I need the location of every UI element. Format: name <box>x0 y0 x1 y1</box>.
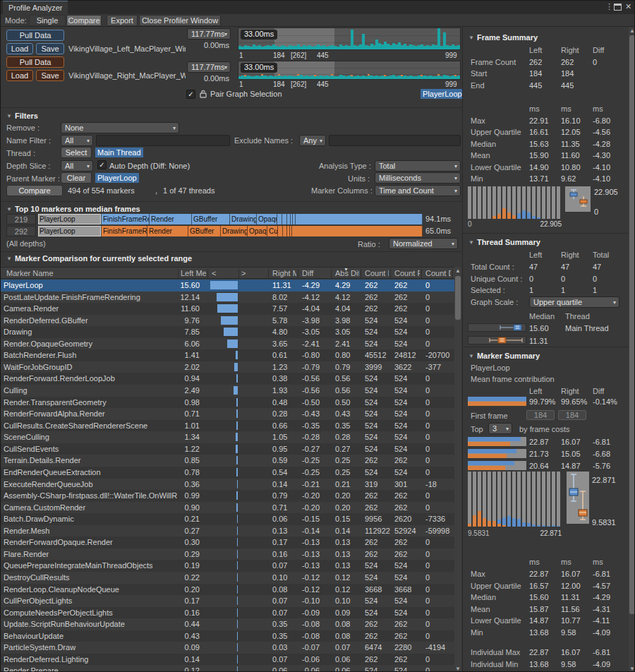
close-profiler-window-button[interactable]: Close Profiler Window <box>139 15 221 26</box>
load-right-button[interactable]: Load <box>6 70 33 81</box>
table-header-cell-count-l[interactable]: Count L <box>365 268 389 279</box>
first-frame-right-button[interactable]: 184 <box>558 410 586 420</box>
table-row[interactable]: RenderLoop.CleanupNodeQueue0.200.08-0.12… <box>1 584 454 596</box>
top10-header[interactable]: ▼Top 10 markers on median frames <box>6 205 140 213</box>
table-row[interactable]: WaitForJobGroupID2.021.23-0.790.79399936… <box>1 361 454 373</box>
mode-single-button[interactable]: Single <box>29 15 66 26</box>
filters-header[interactable]: ▼Filters <box>6 112 38 120</box>
top10-row[interactable]: PlayerLoopFinishFrameReRenderGBufferDraw… <box>38 214 423 224</box>
table-row[interactable]: SceneCulling1.341.05-0.280.285245240 <box>1 431 454 443</box>
graph-scale-dropdown[interactable]: Upper quartile▾ <box>529 296 619 308</box>
table-row[interactable]: Flare.Render0.290.16-0.130.132622620 <box>1 548 454 560</box>
table-header-cell--[interactable]: > <box>241 268 267 279</box>
save-right-button[interactable]: Save <box>36 70 64 81</box>
analysis-type-dropdown[interactable]: Total▾ <box>375 160 461 172</box>
range-dropdown-right[interactable]: 117.77ms▾ <box>187 61 231 73</box>
table-row[interactable]: CullPerObjectLights0.170.07-0.100.105245… <box>1 595 454 607</box>
table-row[interactable]: Batch.DrawDynamic0.210.06-0.150.15995626… <box>1 513 454 525</box>
table-row[interactable]: EndRenderQueueExtraction0.780.54-0.250.2… <box>1 467 454 479</box>
load-left-button[interactable]: Load <box>6 43 33 54</box>
kebab-menu-icon[interactable]: ⋮ <box>605 2 613 11</box>
table-row[interactable]: RenderForward.RenderLoopJob0.940.38-0.56… <box>1 373 454 385</box>
table-header-cell-left-me[interactable]: Left Me <box>181 268 206 279</box>
table-row[interactable]: Update.ScriptRunBehaviourUpdate0.440.35-… <box>1 618 454 630</box>
marker-comparison-header[interactable]: ▼Marker Comparison for currently selecte… <box>6 254 192 263</box>
top10-segment[interactable] <box>296 214 423 224</box>
table-row[interactable]: QueuePrepareIntegrateMainThreadObjects0.… <box>1 560 454 572</box>
auto-depth-checkbox[interactable]: ✓ <box>97 160 107 169</box>
top10-segment[interactable] <box>277 214 282 224</box>
compare-button[interactable]: Compare <box>6 185 63 196</box>
table-header-cell--[interactable]: < <box>212 268 237 279</box>
maximize-icon[interactable] <box>614 4 622 11</box>
tab-profile-analyzer[interactable]: Profile Analyzer <box>3 1 68 14</box>
name-filter-input[interactable] <box>96 135 230 146</box>
top10-segment-opaqu[interactable]: Opaqu <box>248 226 267 236</box>
table-row[interactable]: PostLateUpdate.FinishFrameRendering12.14… <box>1 292 454 304</box>
sort-indicator-icon[interactable]: ▼ <box>344 267 349 272</box>
table-row[interactable]: Camera.CustomRender0.900.71-0.200.202622… <box>1 502 454 514</box>
top10-row[interactable]: PlayerLoopFinishFrameRRenderGBufferDrawi… <box>38 226 423 236</box>
table-row[interactable]: Drawing7.854.80-3.053.055245240 <box>1 326 454 338</box>
panel-scrollbar[interactable]: ▲ ▼ <box>629 27 635 672</box>
table-row[interactable]: CullSendEvents1.220.95-0.270.275245240 <box>1 443 454 455</box>
table-row[interactable]: Culling2.491.93-0.560.565245240 <box>1 385 454 397</box>
top10-segment-playerloop[interactable]: PlayerLoop <box>38 226 102 236</box>
table-row[interactable]: ParticleSystem.Draw0.090.03-0.070.076474… <box>1 642 454 654</box>
table-row[interactable]: Camera.Render11.607.57-4.044.042622620 <box>1 303 454 315</box>
table-row[interactable]: Render.OpaqueGeometry6.063.65-2.412.4152… <box>1 338 454 350</box>
table-row[interactable]: Render.TransparentGeometry0.980.48-0.500… <box>1 397 454 409</box>
range-dropdown-left[interactable]: 117.77ms▾ <box>187 28 231 40</box>
exclude-names-dropdown[interactable]: Any▾ <box>299 135 326 146</box>
remove-dropdown[interactable]: None▾ <box>61 122 179 133</box>
table-header-cell-right-m[interactable]: Right M <box>272 268 296 279</box>
table-row[interactable]: ComputeNeedsPerObjectLights0.160.07-0.09… <box>1 607 454 619</box>
top10-segment-cu[interactable]: Cu <box>267 226 278 236</box>
top10-segment-playerloop[interactable]: PlayerLoop <box>38 214 102 224</box>
units-dropdown[interactable]: Milliseconds▾ <box>375 172 461 184</box>
top10-segment-gbuffer[interactable]: GBuffer <box>192 214 230 224</box>
frame-graph-left[interactable]: 33.00ms <box>238 28 461 50</box>
frame-summary-header[interactable]: ▼Frame Summary <box>468 33 538 42</box>
table-row[interactable]: RenderForwardAlpha.Render0.710.28-0.430.… <box>1 408 454 420</box>
table-row[interactable]: BehaviourUpdate0.430.35-0.080.082622620 <box>1 630 454 642</box>
table-header-cell-marker-name[interactable]: Marker Name <box>6 268 176 279</box>
thread-select-button[interactable]: Select <box>61 147 92 158</box>
top10-segment[interactable] <box>292 226 423 236</box>
top10-segment[interactable] <box>278 226 283 236</box>
table-row[interactable]: RenderForwardOpaque.Render0.300.17-0.130… <box>1 536 454 548</box>
top10-segment-opaqu[interactable]: Opaqu <box>257 214 277 224</box>
parent-clear-button[interactable]: Clear <box>61 172 92 184</box>
exclude-names-input[interactable] <box>329 135 461 146</box>
table-row[interactable]: PlayerLoop15.6011.31-4.294.292622620 <box>1 280 454 292</box>
top10-segment[interactable] <box>282 214 287 224</box>
name-filter-dropdown[interactable]: All▾ <box>61 135 93 146</box>
table-row[interactable]: BatchRenderer.Flush1.410.61-0.800.804551… <box>1 349 454 361</box>
pull-data-right-button[interactable]: Pull Data <box>6 56 64 68</box>
top10-segment-drawing[interactable]: Drawing <box>230 214 257 224</box>
save-left-button[interactable]: Save <box>36 43 64 54</box>
ratio-dropdown[interactable]: Normalized▾ <box>389 238 458 249</box>
pair-graph-checkbox[interactable]: ✓ <box>186 90 195 99</box>
table-row[interactable]: Assembly-CSharp-firstpass.dll!::WaterTil… <box>1 490 454 502</box>
top-count-dropdown[interactable]: 3▾ <box>488 423 512 434</box>
top10-segment-gbuffer[interactable]: GBuffer <box>188 226 221 236</box>
mode-compare-button[interactable]: Compare <box>66 15 102 26</box>
first-frame-left-button[interactable]: 184 <box>526 410 555 420</box>
table-header-cell-count-r[interactable]: Count R <box>394 268 420 279</box>
marker-summary-header[interactable]: ▼Marker Summary <box>468 352 540 360</box>
top10-segment-render[interactable]: Render <box>147 226 188 236</box>
table-row[interactable]: RenderDeferred.GBuffer9.765.78-3.983.985… <box>1 315 454 327</box>
pull-data-left-button[interactable]: Pull Data <box>6 30 64 41</box>
top10-segment-drawing[interactable]: Drawing <box>221 226 248 236</box>
link-lock-icon[interactable] <box>199 90 207 99</box>
depth-slice-dropdown[interactable]: All▾ <box>61 160 93 172</box>
table-row[interactable]: Render.Mesh0.270.13-0.140.1411292252924-… <box>1 525 454 537</box>
table-row[interactable]: Terrain.Details.Render0.850.59-0.250.252… <box>1 455 454 467</box>
thread-summary-header[interactable]: ▼Thread Summary <box>468 238 540 246</box>
table-row[interactable]: Render.Prepare0.120.06-0.060.065245240 <box>1 665 454 672</box>
table-row[interactable]: ExecuteRenderQueueJob0.360.14-0.210.2131… <box>1 479 454 491</box>
frame-graph-right[interactable]: 33.00ms <box>238 61 461 80</box>
close-icon[interactable]: ✕ <box>625 2 631 11</box>
top10-segment-finishframere[interactable]: FinishFrameRe <box>102 214 150 224</box>
